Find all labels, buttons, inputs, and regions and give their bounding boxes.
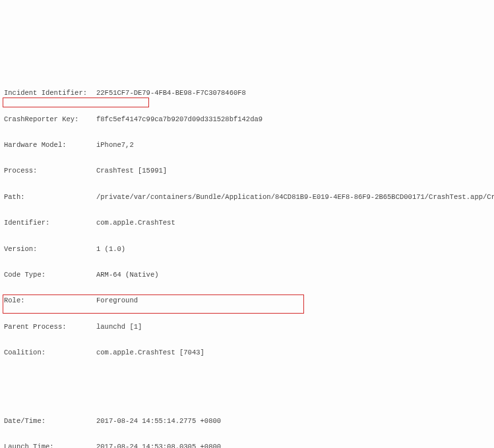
label: Process: <box>4 167 96 175</box>
crash-report: Incident Identifier:22F51CF7-DE79-4FB4-B… <box>0 35 494 449</box>
label: Hardware Model: <box>4 141 96 150</box>
value: 1 (1.0) <box>96 245 125 254</box>
value: Foreground <box>96 296 138 305</box>
label: Launch Time: <box>4 443 96 448</box>
row-process: Process:CrashTest [15991] <box>4 167 490 175</box>
row-hardware-model: Hardware Model:iPhone7,2 <box>4 141 490 150</box>
row-role: Role:Foreground <box>4 296 490 305</box>
value: 2017-08-24 14:55:14.2775 +0800 <box>96 417 221 426</box>
label: Code Type: <box>4 271 96 279</box>
value: iPhone7,2 <box>96 141 134 150</box>
row-identifier: Identifier:com.apple.CrashTest <box>4 219 490 227</box>
label: Date/Time: <box>4 417 96 426</box>
label: Incident Identifier: <box>4 89 96 98</box>
callout-box-code-type <box>3 98 149 107</box>
value: com.apple.CrashTest [7043] <box>96 349 204 357</box>
row-code-type: Code Type:ARM-64 (Native) <box>4 271 490 279</box>
row-datetime: Date/Time:2017-08-24 14:55:14.2775 +0800 <box>4 417 490 426</box>
label: Identifier: <box>4 219 96 227</box>
row-incident-identifier: Incident Identifier:22F51CF7-DE79-4FB4-B… <box>4 89 490 98</box>
value: launchd [1] <box>96 323 142 331</box>
row-coalition: Coalition:com.apple.CrashTest [7043] <box>4 349 490 357</box>
row-version: Version:1 (1.0) <box>4 245 490 254</box>
value: 22F51CF7-DE79-4FB4-BE98-F7C3078460F8 <box>96 89 246 98</box>
value: CrashTest [15991] <box>96 167 167 175</box>
row-crashreporter-key: CrashReporter Key:f8fc5ef4147c99ca7b9207… <box>4 115 490 124</box>
label: Parent Process: <box>4 323 96 331</box>
label: Path: <box>4 193 96 202</box>
row-parent-process: Parent Process:launchd [1] <box>4 323 490 331</box>
value: 2017-08-24 14:53:08.0305 +0800 <box>96 443 221 448</box>
value: ARM-64 (Native) <box>96 271 159 279</box>
label: Role: <box>4 296 96 305</box>
label: Version: <box>4 245 96 254</box>
row-launch-time: Launch Time:2017-08-24 14:53:08.0305 +08… <box>4 443 490 448</box>
value: com.apple.CrashTest <box>96 219 175 227</box>
label: CrashReporter Key: <box>4 115 96 124</box>
label: Coalition: <box>4 349 96 357</box>
row-path: Path:/private/var/containers/Bundle/Appl… <box>4 193 490 202</box>
value: f8fc5ef4147c99ca7b9207d09d331528bf142da9 <box>96 115 262 124</box>
value: /private/var/containers/Bundle/Applicati… <box>96 193 494 202</box>
